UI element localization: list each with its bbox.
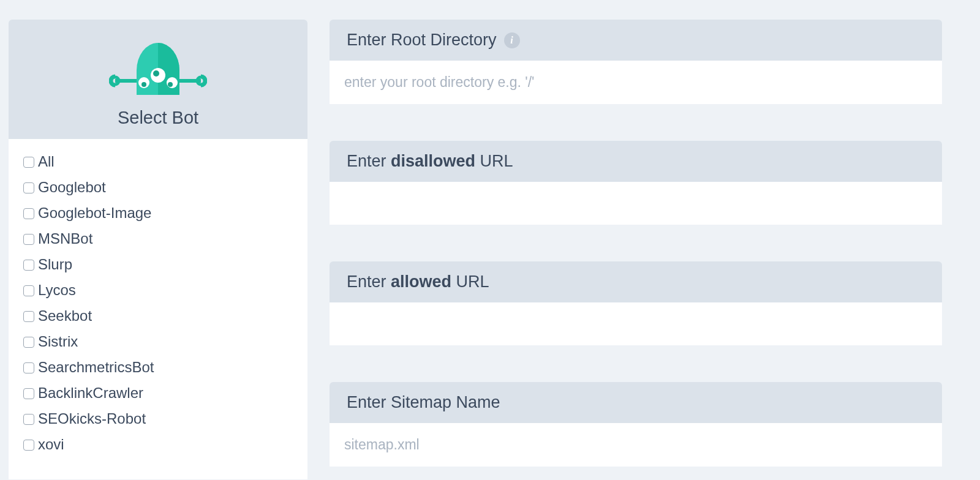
sidebar-title: Select Bot [9, 108, 307, 128]
disallowed-url-section: Enter disallowed URL [330, 141, 942, 225]
sidebar: Select Bot AllGooglebotGooglebot-ImageMS… [9, 20, 307, 479]
sitemap-input[interactable] [330, 423, 942, 467]
bot-item[interactable]: BacklinkCrawler [23, 384, 293, 402]
info-icon[interactable]: i [504, 32, 520, 48]
root-directory-input[interactable] [330, 61, 942, 104]
bot-item[interactable]: MSNBot [23, 230, 293, 248]
bot-checkbox[interactable] [23, 337, 34, 348]
bot-label: Seekbot [38, 307, 92, 325]
root-directory-label: Enter Root Directory [347, 31, 497, 50]
bot-item[interactable]: Slurp [23, 255, 293, 274]
allowed-url-section: Enter allowed URL [330, 261, 942, 345]
bot-label: Googlebot-Image [38, 204, 151, 222]
bot-checkbox[interactable] [23, 234, 34, 245]
bot-item[interactable]: xovi [23, 435, 293, 454]
svg-point-7 [168, 82, 173, 87]
bot-label: SEOkicks-Robot [38, 410, 146, 428]
bot-checkbox[interactable] [23, 414, 34, 425]
robot-icon [109, 37, 207, 104]
sitemap-body [330, 423, 942, 467]
bot-list: AllGooglebotGooglebot-ImageMSNBotSlurpLy… [9, 139, 307, 479]
disallowed-url-body[interactable] [330, 182, 942, 225]
bot-item[interactable]: SearchmetricsBot [23, 358, 293, 377]
bot-label: Sistrix [38, 332, 78, 351]
bot-item[interactable]: Googlebot [23, 178, 293, 197]
bot-checkbox[interactable] [23, 311, 34, 322]
root-directory-body [330, 61, 942, 104]
bot-checkbox[interactable] [23, 440, 34, 451]
bot-item[interactable]: SEOkicks-Robot [23, 410, 293, 428]
main-content: Enter Root Directory i Enter disallowed … [330, 20, 942, 467]
sitemap-header: Enter Sitemap Name [330, 382, 942, 423]
svg-point-6 [167, 77, 178, 88]
bot-checkbox[interactable] [23, 157, 34, 168]
sidebar-header: Select Bot [9, 20, 307, 139]
allowed-url-header: Enter allowed URL [330, 261, 942, 302]
sitemap-label: Enter Sitemap Name [347, 393, 500, 412]
svg-point-9 [153, 70, 159, 77]
bot-item[interactable]: All [23, 152, 293, 171]
bot-label: MSNBot [38, 230, 92, 248]
allowed-url-label: Enter allowed URL [347, 272, 489, 291]
bot-label: Slurp [38, 255, 72, 274]
bot-checkbox[interactable] [23, 208, 34, 219]
bot-checkbox[interactable] [23, 388, 34, 399]
svg-point-5 [141, 82, 146, 87]
bot-item[interactable]: Lycos [23, 281, 293, 299]
bot-label: BacklinkCrawler [38, 384, 143, 402]
disallowed-url-header: Enter disallowed URL [330, 141, 942, 182]
bot-checkbox[interactable] [23, 285, 34, 296]
bot-item[interactable]: Googlebot-Image [23, 204, 293, 222]
bot-item[interactable]: Sistrix [23, 332, 293, 351]
sitemap-section: Enter Sitemap Name [330, 382, 942, 467]
bot-checkbox[interactable] [23, 362, 34, 373]
bot-item[interactable]: Seekbot [23, 307, 293, 325]
allowed-url-body[interactable] [330, 302, 942, 345]
bot-checkbox[interactable] [23, 260, 34, 271]
bot-label: Lycos [38, 281, 76, 299]
bot-checkbox[interactable] [23, 182, 34, 193]
root-directory-header: Enter Root Directory i [330, 20, 942, 61]
bot-label: SearchmetricsBot [38, 358, 154, 377]
disallowed-url-label: Enter disallowed URL [347, 152, 513, 171]
bot-label: xovi [38, 435, 64, 454]
bot-label: Googlebot [38, 178, 106, 197]
bot-label: All [38, 152, 55, 171]
root-directory-section: Enter Root Directory i [330, 20, 942, 104]
